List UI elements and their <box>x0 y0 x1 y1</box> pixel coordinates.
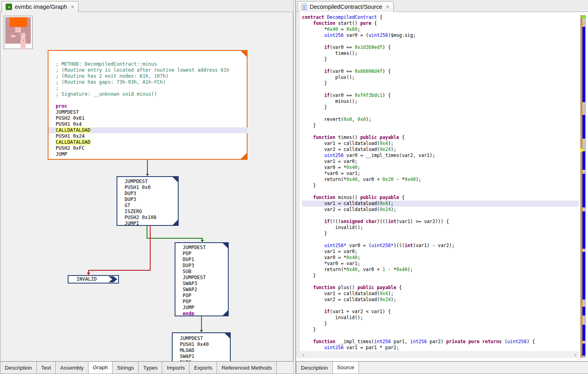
code-line: var2 = calldataload(0x24); <box>302 207 579 213</box>
code-line: return(*0x40, var0 + 0x20 - *0x40); <box>302 177 579 183</box>
tab-evmbc-image-graph[interactable]: evmbc image/Graph ✕ <box>2 1 79 12</box>
node-corner-fold-icon <box>173 177 178 182</box>
overview-ruler[interactable] <box>580 15 586 358</box>
view-tab-referenced-methods[interactable]: Referenced Methods <box>217 362 276 374</box>
code-line: } <box>302 80 579 86</box>
code-line: } <box>302 183 579 189</box>
node-line: ISZERO <box>125 209 178 215</box>
view-tab-text[interactable]: Text <box>37 362 56 374</box>
code-line <box>302 237 579 243</box>
view-tab-exports[interactable]: Exports <box>189 362 217 374</box>
code-line: uint256* var0 = (uint256*)(((int)var1) -… <box>302 243 579 249</box>
code-line <box>302 333 579 339</box>
view-tab-strings[interactable]: Strings <box>113 362 139 374</box>
code-line: } <box>302 56 579 62</box>
graph-node-condition[interactable]: JUMPDESTPUSH1 0x0DUP3DUP3GTISZEROPUSH2 0… <box>117 176 179 226</box>
view-tab-graph[interactable]: Graph <box>89 362 113 374</box>
graph-node-exit[interactable]: JUMPDESTPOPDUP1DUP3SUBJUMPDESTSWAP3SWAP2… <box>175 242 229 316</box>
tab-decompiledcontract-source[interactable]: DecompiledContract/Source ✕ <box>298 1 394 12</box>
edge-true-branch <box>147 238 203 239</box>
view-tab-source[interactable]: Source <box>333 362 359 374</box>
node-line: DUP3 <box>125 191 178 197</box>
code-area[interactable]: contract DecompiledContract { function s… <box>300 12 579 351</box>
ruler-mark[interactable] <box>582 115 585 139</box>
view-tab-assembly[interactable]: Assembly <box>56 362 89 374</box>
node-line: JUMPI <box>125 221 178 227</box>
scroll-right-icon[interactable]: › <box>574 352 576 358</box>
view-tab-description[interactable]: Description <box>0 362 37 374</box>
code-line: if(var0 == 0x66098d4f) { <box>302 68 579 74</box>
arrowhead-icon <box>146 174 149 176</box>
code-line: var2 = calldataload(0x24); <box>302 297 579 303</box>
ruler-mark[interactable] <box>582 252 585 300</box>
code-line: var1 = calldataload(0x4); <box>302 291 579 297</box>
code-line: var2 = calldataload(0x24); <box>302 147 579 153</box>
left-editor-tabbar: evmbc image/Graph ✕ <box>0 0 293 12</box>
code-line: *0x40 = 0x60; <box>302 26 579 32</box>
view-tab-imports[interactable]: Imports <box>162 362 189 374</box>
view-tab-types[interactable]: Types <box>139 362 162 374</box>
tab-label: DecompiledContract/Source <box>310 4 382 10</box>
node-line: PUSH1 0x4 <box>56 121 247 127</box>
code-line: contract DecompiledContract { <box>302 14 579 20</box>
code-line: uint256 var0 = (uint256)$msg.sig; <box>302 32 579 38</box>
code-line <box>302 129 579 135</box>
node-corner-fold-icon <box>241 153 247 159</box>
code-line <box>302 86 579 92</box>
node-line: ; METHOD: DecompiledContract::minus <box>56 61 247 67</box>
graph-node-entry[interactable]: ; METHOD: DecompiledContract::minus; (Ro… <box>48 50 248 160</box>
code-line: var0 = *0x40; <box>302 165 579 171</box>
node-line: SUB <box>183 269 228 275</box>
graph-canvas[interactable]: ; METHOD: DecompiledContract::minus; (Ro… <box>0 12 293 361</box>
chevron-right-icon <box>109 276 117 282</box>
node-line: DUP3 <box>183 263 228 269</box>
ruler-mark[interactable] <box>582 174 585 207</box>
view-tab-description[interactable]: Description <box>296 362 333 374</box>
code-line: function __impl_times(int256 par1, int25… <box>302 339 579 345</box>
code-line: if(var1 + var2 < var1) { <box>302 309 579 315</box>
node-line: POP <box>183 299 228 305</box>
edge-exit-to-tail <box>201 316 202 330</box>
ruler-mark[interactable] <box>582 211 585 249</box>
node-line: ; (Routine has 2 exit nodes: 61h, 107h) <box>56 73 247 79</box>
code-line <box>302 213 579 219</box>
close-icon[interactable]: ✕ <box>385 4 389 10</box>
ruler-mark[interactable] <box>582 151 585 170</box>
minimap-edge <box>23 39 24 41</box>
edge-false-branch <box>150 226 151 271</box>
graph-node-invalid[interactable]: INVALID <box>68 275 119 284</box>
ruler-mark[interactable] <box>582 344 585 356</box>
minimap-node <box>20 40 26 49</box>
source-file-icon <box>302 4 307 10</box>
code-line: var1 = calldataload(0x4); <box>302 201 579 207</box>
node-line <box>56 97 247 103</box>
ruler-mark[interactable] <box>582 325 585 341</box>
code-line: return(*0x40, var0 + 1 - *0x40); <box>302 267 579 273</box>
code-line: uint256 var0 = __impl_times(var2, var1); <box>302 153 579 159</box>
ruler-mark[interactable] <box>582 27 585 102</box>
scroll-left-icon[interactable]: ‹ <box>302 352 304 358</box>
node-line: PUSH1 0x40 <box>180 342 230 348</box>
source-editor-pane: DecompiledContract/Source ✕ contract Dec… <box>296 0 588 374</box>
node-corner-fold-icon <box>173 220 178 225</box>
graph-minimap[interactable] <box>4 16 33 49</box>
code-line: } <box>302 273 579 279</box>
node-line: JUMP <box>56 151 247 157</box>
highlighted-token: CALLDATALOAD <box>56 127 91 133</box>
code-line <box>302 62 579 68</box>
horizontal-scrollbar[interactable]: ‹ › <box>300 351 579 358</box>
node-line: JUMPDEST <box>180 336 230 342</box>
right-view-tabbar: DescriptionSource <box>296 361 588 374</box>
ruler-cursor-icon <box>580 148 584 153</box>
ruler-mark[interactable] <box>582 307 585 316</box>
window: evmbc image/Graph ✕ ; METHOD: Decompile <box>0 0 588 374</box>
graph-node-tail[interactable]: JUMPDESTPUSH1 0x40MLOADSWAP1DUP2 <box>172 332 231 361</box>
node-line: ; Signature: __unknown void minus() <box>56 91 247 97</box>
node-line: ; (Routine has gaps: 73h-93h, A1h-FCh) <box>56 79 247 85</box>
code-line: } <box>302 123 579 129</box>
graph-editor-pane: evmbc image/Graph ✕ ; METHOD: Decompile <box>0 0 293 374</box>
node-line: JUMPDEST <box>183 245 228 251</box>
code-line: uint256 var1 = par1 * par2; <box>302 345 579 351</box>
close-icon[interactable]: ✕ <box>70 4 75 10</box>
code-line: if(!((unsigned char)(((int)var1) >= var2… <box>302 219 579 225</box>
